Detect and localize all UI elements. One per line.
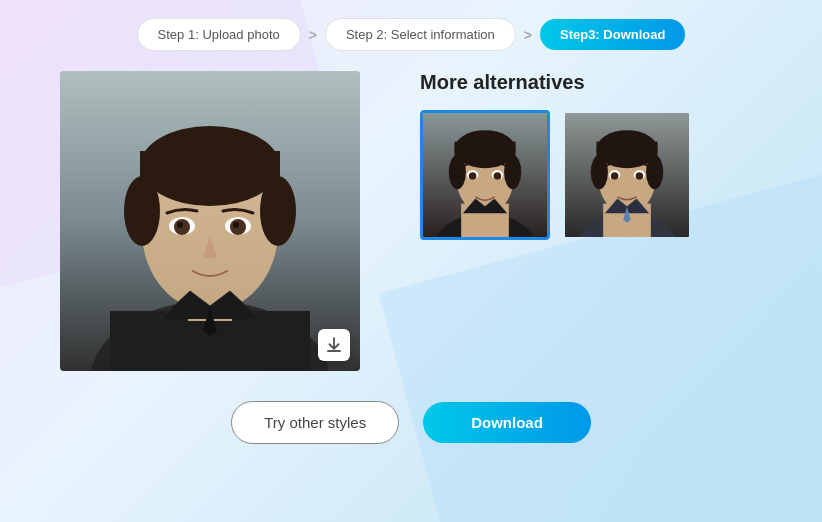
download-overlay-button[interactable] — [318, 329, 350, 361]
svg-point-9 — [260, 176, 296, 246]
svg-point-26 — [469, 172, 477, 180]
svg-rect-33 — [596, 142, 657, 159]
svg-point-8 — [124, 176, 160, 246]
svg-point-14 — [177, 222, 183, 228]
right-panel: More alternatives — [420, 71, 762, 240]
svg-point-23 — [504, 155, 521, 189]
download-icon — [325, 336, 343, 354]
alternatives-title: More alternatives — [420, 71, 762, 94]
thumbnail-1[interactable] — [420, 110, 550, 240]
step-arrow-1: > — [309, 27, 317, 43]
bottom-bar: Try other styles Download — [0, 401, 822, 444]
step-2[interactable]: Step 2: Select information — [325, 18, 516, 51]
step-1[interactable]: Step 1: Upload photo — [137, 18, 301, 51]
stepper: Step 1: Upload photo > Step 2: Select in… — [0, 0, 822, 61]
try-other-styles-button[interactable]: Try other styles — [231, 401, 399, 444]
main-content: More alternatives — [0, 61, 822, 371]
svg-point-27 — [494, 172, 502, 180]
step-1-label: Step 1: Upload photo — [158, 27, 280, 42]
svg-point-35 — [646, 155, 663, 189]
thumbnails — [420, 110, 762, 240]
thumbnail-2-photo — [565, 113, 689, 237]
svg-point-38 — [611, 172, 619, 180]
step-2-label: Step 2: Select information — [346, 27, 495, 42]
svg-rect-7 — [140, 151, 280, 181]
svg-point-34 — [591, 155, 608, 189]
main-photo-container — [60, 71, 360, 371]
step-arrow-2: > — [524, 27, 532, 43]
svg-point-22 — [449, 155, 466, 189]
thumbnail-2[interactable] — [562, 110, 692, 240]
svg-rect-21 — [454, 142, 515, 159]
download-button[interactable]: Download — [423, 402, 591, 443]
main-photo — [60, 71, 360, 371]
svg-point-15 — [233, 222, 239, 228]
svg-point-39 — [636, 172, 644, 180]
step-3-label: Step3: Download — [560, 27, 665, 42]
thumbnail-1-photo — [423, 113, 547, 237]
step-3[interactable]: Step3: Download — [540, 19, 685, 50]
